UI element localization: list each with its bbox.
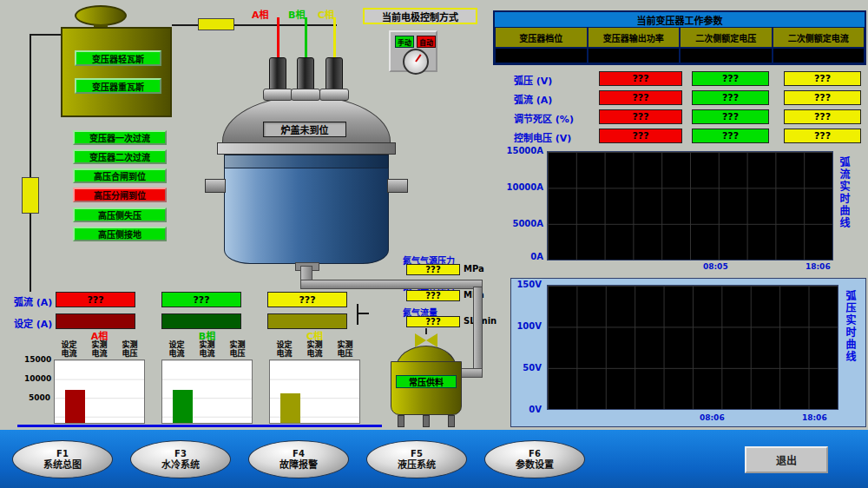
bar-panel-a-plot — [54, 359, 145, 424]
f3-key: F3 — [174, 449, 187, 459]
tank-leg-2 — [423, 415, 430, 427]
f5-hydraulic-system-button[interactable]: F5 液压系统 — [366, 440, 467, 478]
control-voltage-a-value: ??? — [599, 129, 682, 143]
arc-voltage-a-value: ??? — [599, 71, 682, 86]
electrode-control-mode-label: 当前电极控制方式 — [363, 8, 477, 24]
valve-handle — [425, 328, 427, 334]
electrode-b-bushing — [291, 89, 320, 101]
bar-panel-c: 设定电流 实测电流 实测电压 — [269, 340, 360, 424]
arc-voltage-xtick-1: 18:06 — [802, 413, 827, 422]
exit-button[interactable]: 退出 — [745, 446, 828, 473]
arc-voltage-b-value: ??? — [692, 71, 769, 86]
electrode-c-bushing — [319, 89, 349, 101]
bar-c-set-current — [280, 393, 300, 423]
bar-panel-a: 设定电流 实测电流 实测电压 — [54, 340, 145, 424]
status-hv-open-in-position: 高压分闸到位 — [73, 188, 167, 202]
status-transformer-secondary-overcurrent: 变压器二次过流 — [73, 149, 167, 164]
bar-panel-b: 设定电流 实测电流 实测电压 — [161, 340, 253, 424]
col-header-tap-position: 变压器档位 — [495, 27, 588, 48]
arc-current-ytick-3: 0A — [503, 252, 543, 261]
branch-line-horizontal — [357, 313, 369, 314]
phase-b-label: B相 — [288, 7, 305, 21]
arc-voltage-c-value: ??? — [784, 71, 861, 86]
bar-b-set-current — [173, 390, 193, 423]
branch-line-vertical — [357, 304, 358, 325]
arc-voltage-ytick-2: 50V — [514, 363, 542, 373]
phase-a-label: A相 — [252, 7, 269, 21]
f3-label: 水冷系统 — [161, 459, 200, 471]
dead-band-a-value: ??? — [599, 109, 682, 124]
col-header-output-power: 变压器输出功率 — [588, 27, 681, 48]
arc-voltage-label: 弧压 (V) — [514, 73, 552, 87]
measured-current-c-value: ??? — [267, 292, 347, 307]
wire-left-vertical — [30, 34, 31, 292]
phase-a-wire — [277, 17, 279, 59]
measured-current-a-value: ??? — [56, 292, 135, 307]
oil-conservator — [75, 5, 127, 26]
disconnect-switch[interactable] — [22, 177, 39, 214]
furnace-hmi-screen: 变压器轻瓦斯 变压器重瓦斯 变压器一次过流 变压器二次过流 高压合闸到位 高压分… — [0, 0, 868, 488]
col-measured-voltage: 实测电压 — [337, 340, 354, 358]
gauge-needle-icon — [415, 54, 421, 62]
bar-panel-a-headers: 设定电流 实测电流 实测电压 — [54, 340, 145, 359]
wire-transformer-left — [30, 34, 61, 36]
manual-mode-button[interactable]: 手动 — [395, 36, 414, 48]
col-measured-current: 实测电流 — [199, 340, 216, 358]
arc-voltage-ytick-1: 100V — [514, 321, 542, 331]
transformer-params-table: 当前变压器工作参数 变压器档位 变压器输出功率 二次侧额定电压 二次侧额定电流 — [493, 10, 866, 65]
col-measured-current: 实测电流 — [91, 340, 108, 358]
measured-current-b-value: ??? — [161, 292, 241, 307]
col-header-secondary-rated-voltage: 二次侧额定电压 — [680, 27, 773, 48]
bar-a-set-current — [65, 390, 85, 423]
setpoint-current-b-value — [161, 313, 241, 329]
mode-dial-gauge — [403, 49, 429, 75]
pipe-horizontal — [300, 280, 483, 289]
furnace-flange — [217, 142, 396, 155]
arc-current-c-param-value: ??? — [784, 90, 861, 105]
status-hv-voltage-loss: 高压侧失压 — [73, 208, 167, 222]
pipe-right-down — [473, 287, 483, 377]
f1-label: 系统总图 — [43, 459, 82, 471]
bar-ytick-1: 10000 — [24, 374, 50, 383]
cell-output-power-value — [588, 48, 681, 63]
phase-b-wire — [305, 17, 307, 59]
f4-key: F4 — [293, 449, 305, 459]
transformer-light-gas-indicator: 变压器轻瓦斯 — [75, 50, 161, 66]
status-hv-grounded: 高压侧接地 — [73, 227, 167, 241]
bar-panel-c-plot — [269, 359, 360, 424]
f6-parameter-settings-button[interactable]: F6 参数设置 — [484, 440, 585, 478]
wire-top-bus — [172, 24, 337, 26]
f1-system-overview-button[interactable]: F1 系统总图 — [12, 440, 113, 478]
breaker-switch[interactable] — [198, 18, 234, 30]
cell-secondary-rated-voltage-value — [680, 48, 773, 63]
f4-fault-alarm-button[interactable]: F4 故障报警 — [248, 440, 349, 478]
arc-current-a-param-value: ??? — [599, 90, 682, 105]
dead-band-label: 调节死区 (%) — [514, 111, 574, 125]
f1-key: F1 — [56, 449, 69, 459]
auto-mode-button[interactable]: 自动 — [417, 36, 436, 48]
col-set-current: 设定电流 — [168, 340, 186, 358]
feed-tank-body — [391, 361, 462, 415]
furnace-vessel-band — [224, 155, 389, 168]
n2-flow-value: ??? — [406, 316, 460, 327]
transformer-body — [61, 27, 172, 117]
arc-voltage-ytick-3: 0V — [514, 405, 542, 414]
bar-panel-c-headers: 设定电流 实测电流 实测电压 — [269, 340, 360, 359]
arc-current-trend-title: 弧流实时曲线 — [837, 156, 852, 266]
furnace-nozzle-left — [205, 179, 226, 193]
arc-voltage-ytick-0: 150V — [514, 280, 542, 289]
phase-c-wire — [333, 17, 336, 59]
arc-voltage-xtick-0: 08:06 — [700, 413, 725, 422]
bar-ytick-2: 5000 — [24, 393, 50, 402]
table-title: 当前变压器工作参数 — [495, 12, 865, 27]
furnace-nozzle-right — [387, 179, 408, 193]
bar-panel-b-headers: 设定电流 实测电流 实测电压 — [161, 340, 253, 359]
n2-working-pressure-value: ??? — [406, 290, 460, 301]
phase-c-label: C相 — [318, 7, 334, 21]
arc-voltage-trend-title: 弧压实时曲线 — [843, 290, 858, 412]
arc-current-ytick-0: 15000A — [503, 146, 543, 155]
dead-band-b-value: ??? — [692, 109, 769, 124]
f3-cooling-system-button[interactable]: F3 水冷系统 — [130, 440, 231, 478]
n2-source-pressure-unit: MPa — [464, 264, 484, 274]
setpoint-current-c-value — [267, 313, 347, 329]
